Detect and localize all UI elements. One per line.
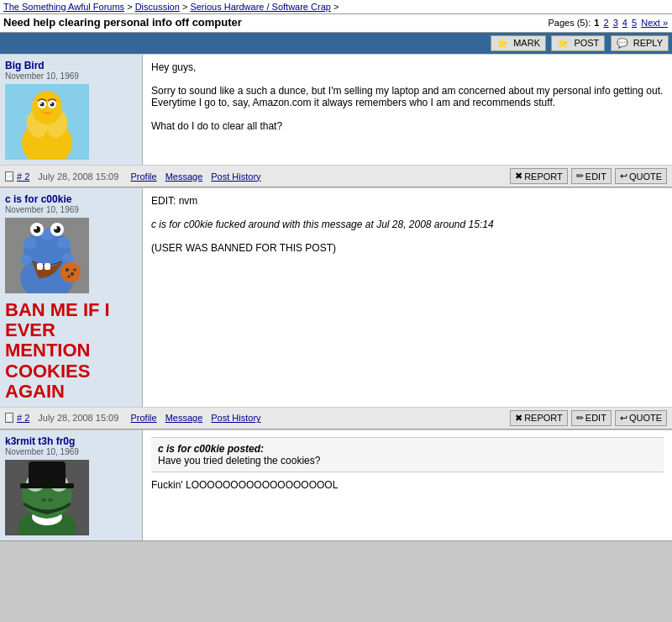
- report-icon-2: ✖: [515, 413, 522, 424]
- svg-rect-50: [20, 483, 74, 488]
- post-2-message-link[interactable]: Message: [165, 413, 203, 423]
- breadcrumb-forum-link[interactable]: The Something Awful Forums: [3, 2, 124, 12]
- svg-rect-49: [29, 461, 66, 485]
- breadcrumb-sep3: >: [333, 2, 339, 12]
- page-link-3[interactable]: 3: [613, 18, 618, 28]
- svg-point-31: [66, 268, 69, 271]
- pagination: Pages (5): 1 2 3 4 5 Next »: [548, 16, 669, 28]
- post-2-posthistory-link[interactable]: Post History: [211, 413, 260, 423]
- post-2-edit-notice: c is for c00kie fucked around with this …: [151, 219, 664, 230]
- svg-point-32: [71, 272, 74, 276]
- page-link-4[interactable]: 4: [622, 18, 627, 28]
- post-1-actions: ✖ REPORT ✏ EDIT ↩ QUOTE: [510, 168, 667, 184]
- post-1-greeting: Hey guys,: [151, 61, 664, 73]
- post-1-avatar: [5, 84, 89, 160]
- post-1-username: Big Bird: [5, 60, 137, 71]
- post-2-footer: 📄 # 2 July 28, 2008 15:09 Profile Messag…: [0, 407, 672, 429]
- breadcrumb: The Something Awful Forums > Discussion …: [0, 0, 672, 14]
- post-2-footer-left: 📄 # 2 July 28, 2008 15:09 Profile Messag…: [5, 413, 510, 423]
- post-2: c is for c00kie November 10, 1969: [0, 187, 672, 430]
- post-1-body: Sorry to sound like a such a dunce, but …: [151, 85, 664, 108]
- post-3-quote-text: Have you tried deleting the cookies?: [158, 455, 657, 466]
- post-2-report-button[interactable]: ✖ REPORT: [510, 410, 568, 426]
- post-1-question: What do I do to clear all that?: [151, 120, 664, 132]
- star-icon: ⭐: [496, 38, 508, 48]
- post-1-footer: 📄 # 2 July 28, 2008 15:09 Profile Messag…: [0, 165, 672, 187]
- svg-point-10: [40, 103, 42, 104]
- post-1-joindate: November 10, 1969: [5, 71, 137, 81]
- post-3: k3rmit t3h fr0g November 10, 1969: [0, 430, 672, 541]
- star2-icon: ⭐: [557, 38, 569, 48]
- post-1-edit-button[interactable]: ✏ EDIT: [571, 168, 612, 184]
- post-2-username: c is for c00kie: [5, 193, 137, 205]
- next-page-link[interactable]: Next »: [641, 18, 668, 28]
- post-3-user-col: k3rmit t3h fr0g November 10, 1969: [0, 430, 143, 540]
- svg-point-47: [41, 498, 46, 502]
- post-2-sig: BAN ME IF I EVER MENTION COOKIES AGAIN: [5, 300, 137, 402]
- svg-point-18: [20, 255, 32, 265]
- post-2-joindate: November 10, 1969: [5, 205, 137, 214]
- edit-icon-2: ✏: [576, 413, 584, 424]
- post-1-quote-button[interactable]: ↩ QUOTE: [615, 168, 667, 184]
- breadcrumb-sep1: >: [127, 2, 134, 12]
- breadcrumb-section-link[interactable]: Serious Hardware / Software Crap: [190, 2, 331, 12]
- post-2-number[interactable]: # 2: [17, 413, 29, 423]
- post-1-profile-link[interactable]: Profile: [130, 171, 156, 182]
- pages-label: Pages (5):: [548, 18, 591, 28]
- svg-point-30: [60, 262, 81, 282]
- post-2-main: EDIT: nvm: [151, 195, 664, 207]
- reply-button[interactable]: 💬 REPLY: [611, 35, 669, 51]
- svg-point-27: [54, 226, 57, 229]
- post-2-edit-button[interactable]: ✏ EDIT: [571, 410, 612, 426]
- quote-icon: ↩: [620, 171, 627, 182]
- post-2-quote-button[interactable]: ↩ QUOTE: [615, 410, 667, 426]
- breadcrumb-sep2: >: [182, 2, 190, 12]
- page-link-1[interactable]: 1: [594, 18, 599, 28]
- post-1-report-button[interactable]: ✖ REPORT: [510, 168, 568, 184]
- svg-point-5: [32, 91, 62, 124]
- post-1-user-col: Big Bird November 10, 1969: [0, 55, 143, 165]
- post-1-message-link[interactable]: Message: [165, 171, 203, 182]
- doc-icon: 📄: [5, 171, 13, 182]
- post-1-number[interactable]: # 2: [17, 171, 29, 182]
- svg-point-48: [48, 498, 53, 502]
- post-3-joindate: November 10, 1969: [5, 447, 137, 456]
- svg-point-8: [40, 103, 45, 107]
- post-3-quote-author: c is for c00kie posted:: [158, 443, 657, 455]
- post-3-reply: Fuckin' LOOOOOOOOOOOOOOOOOOL: [151, 479, 664, 491]
- page-link-2[interactable]: 2: [603, 18, 608, 28]
- doc-icon-2: 📄: [5, 413, 13, 423]
- svg-point-15: [24, 237, 37, 249]
- post-button[interactable]: ⭐ POST: [551, 35, 605, 51]
- post-2-content: EDIT: nvm c is for c00kie fucked around …: [143, 188, 672, 407]
- thread-title-bar: Pages (5): 1 2 3 4 5 Next » Need help cl…: [0, 14, 672, 33]
- mark-button[interactable]: ⭐ MARK: [491, 35, 546, 51]
- post-3-avatar: [5, 460, 89, 535]
- post-2-user-col: c is for c00kie November 10, 1969: [0, 188, 143, 407]
- svg-point-19: [62, 253, 74, 263]
- report-icon: ✖: [515, 171, 522, 182]
- page-link-5[interactable]: 5: [632, 18, 637, 28]
- svg-point-26: [34, 226, 37, 229]
- svg-point-11: [50, 103, 52, 104]
- post-2-avatar: [5, 218, 89, 293]
- toolbar: ⭐ MARK ⭐ POST 💬 REPLY: [0, 33, 672, 54]
- post-1-content: Hey guys, Sorry to sound like a such a d…: [143, 55, 672, 165]
- post-2-banned: (USER WAS BANNED FOR THIS POST): [151, 242, 664, 254]
- svg-rect-29: [45, 263, 50, 270]
- breadcrumb-discussion-link[interactable]: Discussion: [135, 2, 180, 12]
- svg-point-34: [74, 269, 76, 271]
- post-2-profile-link[interactable]: Profile: [130, 413, 156, 423]
- post-3-quote: c is for c00kie posted: Have you tried d…: [151, 437, 664, 472]
- svg-rect-28: [37, 263, 43, 270]
- edit-icon: ✏: [576, 171, 584, 182]
- post-2-number-line: 📄 # 2 July 28, 2008 15:09 Profile Messag…: [5, 413, 510, 423]
- post-2-actions: ✖ REPORT ✏ EDIT ↩ QUOTE: [510, 410, 667, 426]
- post-1-posthistory-link[interactable]: Post History: [211, 171, 260, 182]
- post-1-footer-left: 📄 # 2 July 28, 2008 15:09 Profile Messag…: [5, 171, 510, 182]
- quote-icon-2: ↩: [620, 413, 627, 424]
- post-1-number-line: 📄 # 2 July 28, 2008 15:09 Profile Messag…: [5, 171, 510, 182]
- svg-point-17: [57, 237, 71, 249]
- post-2-date: July 28, 2008 15:09: [38, 413, 118, 423]
- post-3-content: c is for c00kie posted: Have you tried d…: [143, 430, 672, 540]
